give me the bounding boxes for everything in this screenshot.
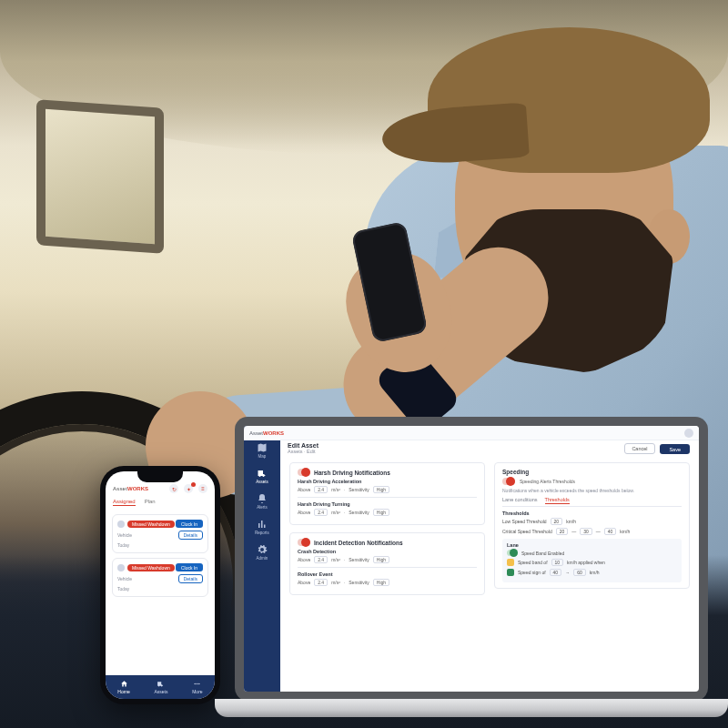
truck-icon xyxy=(157,680,165,688)
toggle-label: Speeding Alerts Thresholds xyxy=(520,479,575,484)
sidebar-item-assets[interactable]: Assets xyxy=(256,468,268,484)
tab-assigned[interactable]: Assigned xyxy=(113,499,136,506)
field-label: Low Speed Threshold xyxy=(502,519,547,524)
toggle-icon[interactable] xyxy=(298,469,310,476)
brand-b: WORKS xyxy=(263,430,284,436)
value-input[interactable]: 2.4 xyxy=(314,556,328,563)
laptop-body: AssetWORKS Map Assets xyxy=(235,417,708,701)
laptop-mockup: AssetWORKS Map Assets xyxy=(235,417,708,717)
divider xyxy=(298,497,477,498)
toggle-icon[interactable] xyxy=(507,550,518,556)
step-input[interactable]: 20 xyxy=(556,528,569,535)
panel-title: Harsh Driving Notifications xyxy=(314,470,390,476)
hint-text: Notifications when a vehicle exceeds the… xyxy=(502,488,682,493)
avatar-icon xyxy=(117,521,125,528)
home-icon xyxy=(120,680,128,688)
value-input[interactable]: 2.4 xyxy=(314,579,328,586)
brand-b: WORKS xyxy=(127,486,148,491)
vehicle-label: Vehicle xyxy=(117,576,132,581)
cancel-button[interactable]: Cancel xyxy=(624,443,654,454)
number-input[interactable]: 60 xyxy=(573,569,586,576)
app-logo: AssetWORKS xyxy=(249,430,284,436)
clock-in-button[interactable]: Clock In xyxy=(176,563,203,571)
lane-slot: Lane Speed Band Enabled Speed band of 10 xyxy=(502,539,682,582)
map-icon xyxy=(257,442,268,453)
bell-icon xyxy=(257,493,268,504)
breadcrumb: Assets · Edit xyxy=(288,449,318,454)
left-column: Harsh Driving Notifications Harsh Drivin… xyxy=(289,462,485,684)
content-area: Harsh Driving Notifications Harsh Drivin… xyxy=(280,442,699,692)
phone-notch xyxy=(137,471,183,482)
details-button[interactable]: Details xyxy=(178,531,203,540)
gear-icon xyxy=(257,544,268,555)
nav-assets[interactable]: Assets xyxy=(154,680,167,694)
tab-thresholds[interactable]: Thresholds xyxy=(545,497,570,504)
nav-home[interactable]: Home xyxy=(117,680,129,694)
user-avatar[interactable] xyxy=(684,429,693,438)
sidebar-item-map[interactable]: Map xyxy=(257,442,268,459)
number-input[interactable]: 10 xyxy=(551,559,564,566)
sidebar-label: Map xyxy=(258,454,267,459)
truck-icon xyxy=(257,468,268,479)
tab-plan[interactable]: Plan xyxy=(145,499,156,506)
sidebar-label: Alerts xyxy=(257,505,268,510)
speeding-panel: Speeding Speeding Alerts Thresholds Noti… xyxy=(494,462,690,589)
section-title: Crash Detection xyxy=(298,549,477,554)
speeding-tabs: Lane conditions Thresholds xyxy=(502,497,682,507)
svg-point-2 xyxy=(198,683,200,685)
clock-in-button[interactable]: Clock In xyxy=(176,520,203,528)
sidebar-label: Admin xyxy=(257,556,268,561)
panel-title: Incident Detection Notifications xyxy=(314,540,403,546)
brand-a: Asset xyxy=(249,430,263,436)
sidebar-item-alerts[interactable]: Alerts xyxy=(257,493,268,510)
phone-screen: AssetWORKS ↻ ✦ ≡ Assigned Plan Missed Wa… xyxy=(106,471,215,699)
step-input[interactable]: 30 xyxy=(580,528,592,535)
sensitivity-select[interactable]: High xyxy=(373,556,389,563)
phone-mockup: AssetWORKS ↻ ✦ ≡ Assigned Plan Missed Wa… xyxy=(100,466,220,704)
sidebar: Map Assets Alerts Reports xyxy=(244,426,280,692)
phone-tabs: Assigned Plan xyxy=(106,497,215,510)
nav-more[interactable]: More xyxy=(192,680,202,694)
sidebar-label: Assets xyxy=(256,480,268,484)
toggle-label: Speed Band Enabled xyxy=(521,551,564,556)
section-title: Harsh Driving Turning xyxy=(298,501,477,507)
unit-label: km/h xyxy=(620,529,630,534)
critical-threshold-row: Critical Speed Threshold 20— 30— 40 km/h xyxy=(502,528,682,535)
phone-logo: AssetWORKS xyxy=(113,486,148,491)
number-input[interactable]: 20 xyxy=(551,518,563,525)
value-input[interactable]: 2.4 xyxy=(314,509,328,516)
value-input[interactable]: 2.4 xyxy=(314,486,328,493)
details-button[interactable]: Details xyxy=(178,574,203,583)
field-label: Critical Speed Threshold xyxy=(502,529,552,534)
menu-icon[interactable]: ≡ xyxy=(198,484,207,493)
bell-icon[interactable]: ✦ xyxy=(184,484,193,493)
setting-line: Above 2.4 m/s² · Sensitivity High xyxy=(298,556,477,563)
page-header: Edit Asset Assets · Edit Cancel Save xyxy=(288,442,690,454)
task-card[interactable]: Missed Washdown Clock In Vehicle Details… xyxy=(112,558,208,597)
lane-rule: Speed band of 10 km/h applied when xyxy=(507,559,677,566)
unit-label: km/h xyxy=(566,519,576,524)
setting-line: Above 2.4 m/s² · Sensitivity High xyxy=(298,509,477,516)
sidebar-item-admin[interactable]: Admin xyxy=(257,544,268,561)
sensitivity-select[interactable]: High xyxy=(373,486,389,493)
section-title: Rollover Event xyxy=(298,571,477,577)
panel-title: Speeding xyxy=(502,469,682,475)
section-title: Thresholds xyxy=(502,511,682,516)
number-input[interactable]: 40 xyxy=(550,569,562,576)
sensitivity-select[interactable]: High xyxy=(373,579,389,586)
svg-point-1 xyxy=(197,683,198,685)
save-button[interactable]: Save xyxy=(660,444,690,454)
sync-icon[interactable]: ↻ xyxy=(169,484,178,493)
tab-lane[interactable]: Lane conditions xyxy=(502,497,538,504)
sidebar-item-reports[interactable]: Reports xyxy=(255,519,269,535)
color-swatch xyxy=(507,559,514,566)
toggle-icon[interactable] xyxy=(502,478,515,485)
step-input[interactable]: 40 xyxy=(604,528,617,535)
nav-label: More xyxy=(192,689,202,694)
right-column: Speeding Speeding Alerts Thresholds Noti… xyxy=(494,462,690,684)
avatar-icon xyxy=(117,564,125,571)
brand-a: Asset xyxy=(113,486,127,491)
sensitivity-select[interactable]: High xyxy=(373,509,389,516)
task-card[interactable]: Missed Washdown Clock In Vehicle Details… xyxy=(112,514,208,553)
toggle-icon[interactable] xyxy=(298,539,310,546)
